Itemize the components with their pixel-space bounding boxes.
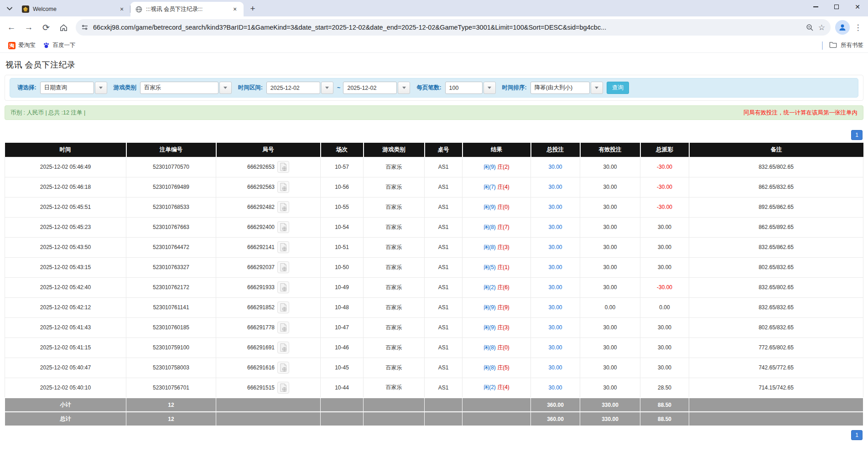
video-replay-icon[interactable] (277, 221, 289, 233)
reload-icon[interactable]: ⟳ (38, 20, 54, 35)
total-bet-link[interactable]: 30.00 (548, 184, 562, 190)
new-tab-button[interactable]: + (246, 2, 259, 15)
pagination-top: 1 (5, 130, 863, 140)
total-bet-link[interactable]: 30.00 (548, 384, 562, 391)
chevron-down-icon[interactable] (95, 82, 107, 94)
cell-result: 闲(8) 庄(3) (463, 237, 531, 257)
subtotal-valid-bet: 330.00 (580, 398, 640, 412)
home-icon[interactable] (56, 20, 71, 35)
cell-game-type: 百家乐 (364, 358, 425, 378)
cell-round-no: 666291515 (216, 378, 321, 398)
video-replay-icon[interactable] (277, 161, 289, 173)
browser-menu-icon[interactable]: ⋮ (852, 23, 864, 32)
table-header-row: 时间 注单编号 局号 场次 游戏类别 桌号 结果 总投注 有效投注 总派彩 备注 (5, 143, 863, 157)
subtotal-label: 小计 (5, 398, 126, 412)
total-bet-link[interactable]: 30.00 (548, 204, 562, 210)
tab-welcome[interactable]: Welcome × (17, 2, 130, 16)
video-replay-icon[interactable] (277, 342, 289, 353)
welcome-favicon-icon (22, 5, 29, 13)
search-button[interactable]: 查询 (607, 82, 629, 94)
cell-table-no: AS1 (425, 378, 463, 398)
cell-time: 2025-12-02 05:45:51 (5, 197, 126, 217)
cell-remark: 772.65/802.65 (689, 338, 863, 358)
query-mode-select[interactable] (40, 82, 107, 94)
cell-total-bet: 30.00 (531, 358, 580, 378)
cell-payout: 30.00 (640, 217, 689, 237)
url-text[interactable]: 66cxkj98.com/game/betrecord_search/kind3… (93, 24, 801, 31)
minimize-icon[interactable] (805, 0, 826, 14)
page-1-button[interactable]: 1 (851, 430, 863, 440)
cell-total-bet: 30.00 (531, 177, 580, 197)
col-bet-no: 注单编号 (126, 143, 216, 157)
date-start-select[interactable] (266, 82, 333, 94)
video-replay-icon[interactable] (277, 281, 289, 293)
video-replay-icon[interactable] (277, 201, 289, 213)
cell-payout: 0.00 (640, 297, 689, 317)
video-replay-icon[interactable] (277, 362, 289, 374)
bookmark-star-icon[interactable]: ☆ (818, 23, 825, 32)
window-close-icon[interactable]: ✕ (847, 0, 868, 14)
cell-payout: 30.00 (640, 317, 689, 338)
video-replay-icon[interactable] (277, 261, 289, 273)
date-end-select[interactable] (343, 82, 410, 94)
cell-time: 2025-12-02 05:46:49 (5, 157, 126, 177)
forward-icon[interactable]: → (21, 20, 36, 35)
zoom-magnifier-icon[interactable] (806, 24, 814, 31)
page-size-input[interactable] (445, 82, 483, 94)
bookmark-baidu[interactable]: 百度一下 (39, 40, 79, 51)
cell-remark: 832.65/832.65 (689, 297, 863, 317)
tab-close-icon[interactable]: × (231, 5, 239, 13)
total-bet-link[interactable]: 30.00 (548, 244, 562, 250)
bookmark-taobao[interactable]: 淘 爱淘宝 (5, 40, 39, 51)
cell-result: 闲(2) 庄(4) (463, 378, 531, 398)
maximize-icon[interactable] (826, 0, 847, 14)
page-1-button[interactable]: 1 (851, 130, 863, 140)
total-bet-link[interactable]: 30.00 (548, 264, 562, 270)
cell-round-no: 666292400 (216, 217, 321, 237)
date-end-input[interactable] (343, 82, 397, 94)
video-replay-icon[interactable] (277, 181, 289, 193)
cell-total-bet: 30.00 (531, 157, 580, 177)
baidu-paw-icon (43, 42, 50, 49)
total-bet-link[interactable]: 30.00 (548, 364, 562, 371)
total-bet-link[interactable]: 30.00 (548, 324, 562, 331)
site-info-icon[interactable] (81, 24, 88, 31)
tab-close-icon[interactable]: × (118, 5, 126, 13)
query-mode-input[interactable] (40, 82, 94, 94)
all-bookmarks-label[interactable]: 所有书签 (841, 42, 863, 49)
tab-betrecord[interactable]: :::视讯 会员下注纪录::: × (130, 2, 244, 16)
game-type-select[interactable] (140, 82, 232, 94)
cell-round-no: 666291778 (216, 317, 321, 338)
chevron-down-icon[interactable] (321, 82, 333, 94)
total-bet-link[interactable]: 30.00 (548, 344, 562, 351)
date-start-input[interactable] (266, 82, 320, 94)
video-replay-icon[interactable] (277, 301, 289, 313)
total-bet-link[interactable]: 30.00 (548, 224, 562, 230)
page-size-select[interactable] (445, 82, 496, 94)
total-bet-link[interactable]: 30.00 (548, 164, 562, 170)
cell-game-type: 百家乐 (364, 378, 425, 398)
total-bet-link[interactable]: 30.00 (548, 284, 562, 291)
cell-table-no: AS1 (425, 358, 463, 378)
summary-info-bar: 币别 : 人民币 | 总共 :12 注单 | 同局有效投注，统一计算在该局第一张… (5, 105, 863, 120)
chevron-down-icon[interactable] (591, 82, 603, 94)
cell-time: 2025-12-02 05:43:50 (5, 237, 126, 257)
sort-select[interactable] (530, 82, 603, 94)
cell-bet-no: 523010758003 (126, 358, 216, 378)
tab-search-chevron-icon[interactable] (3, 2, 16, 16)
video-replay-icon[interactable] (277, 241, 289, 253)
back-icon[interactable]: ← (4, 20, 19, 35)
chevron-down-icon[interactable] (219, 82, 232, 94)
sort-input[interactable] (530, 82, 590, 94)
profile-avatar[interactable] (835, 20, 850, 35)
chevron-down-icon[interactable] (398, 82, 410, 94)
table-row: 2025-12-02 05:46:49523010770570666292653… (5, 157, 863, 177)
address-bar[interactable]: 66cxkj98.com/game/betrecord_search/kind3… (76, 19, 831, 36)
video-replay-icon[interactable] (277, 382, 289, 394)
game-type-input[interactable] (140, 82, 218, 94)
cell-valid-bet: 0.00 (580, 297, 640, 317)
video-replay-icon[interactable] (277, 322, 289, 333)
cell-remark: 892.65/862.65 (689, 197, 863, 217)
chevron-down-icon[interactable] (483, 82, 496, 94)
total-bet-link[interactable]: 30.00 (548, 304, 562, 311)
